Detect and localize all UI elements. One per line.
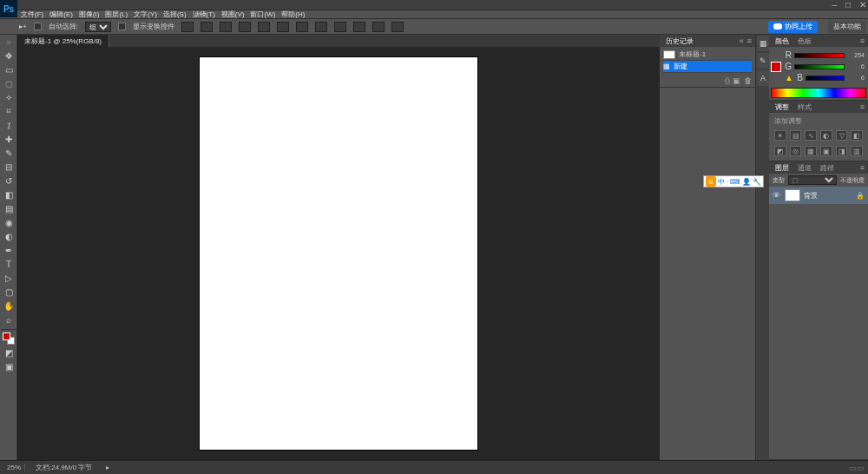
screenmode-tool[interactable]: ▣ xyxy=(1,359,16,373)
auto-select-target[interactable]: 组 xyxy=(85,22,111,32)
history-snapshot[interactable]: 未标题-1 xyxy=(663,49,752,61)
ime-tool-icon[interactable]: 🔧 xyxy=(753,178,761,186)
layer-kind-select[interactable]: ⬚ xyxy=(788,175,837,185)
zoom-value[interactable]: 25% xyxy=(3,464,25,471)
menu-file[interactable]: 文件(F) xyxy=(19,10,45,19)
adj-curves-icon[interactable]: ∿ xyxy=(805,130,817,141)
hand-tool[interactable]: ✋ xyxy=(1,299,16,313)
menu-layer[interactable]: 图层(L) xyxy=(103,10,129,19)
show-transform-checkbox[interactable] xyxy=(118,23,126,30)
menu-help[interactable]: 帮助(H) xyxy=(279,10,306,19)
dist-icon-1[interactable] xyxy=(296,22,308,32)
fg-swatch[interactable] xyxy=(3,332,10,340)
history-collapse-icon[interactable]: « xyxy=(740,36,744,45)
adjustments-tab[interactable]: 调整 xyxy=(773,102,792,112)
color-tab[interactable]: 颜色 xyxy=(773,36,792,46)
eyedropper-tool[interactable]: ⁒ xyxy=(1,118,16,132)
wand-tool[interactable]: ✧ xyxy=(1,90,16,104)
menu-edit[interactable]: 编辑(E) xyxy=(48,10,75,19)
history-tab[interactable]: 历史记录 xyxy=(663,36,696,46)
ime-bar[interactable]: S 中 · ⌨ 👤 🔧 xyxy=(703,175,764,188)
adj-mixer-icon[interactable]: ▦ xyxy=(805,146,817,156)
adj-hue-icon[interactable]: ◧ xyxy=(851,130,863,141)
workspace-switcher[interactable]: 基本功能 xyxy=(828,21,866,33)
swatches-panel-icon[interactable]: ▦ xyxy=(757,36,769,51)
layers-tab[interactable]: 图层 xyxy=(773,163,792,173)
crop-tool[interactable]: ⌗ xyxy=(1,104,16,118)
doc-info-chevron-icon[interactable]: ▸ xyxy=(102,464,113,471)
menu-image[interactable]: 图像(I) xyxy=(77,10,102,19)
ime-mode[interactable]: 中 xyxy=(718,177,725,187)
layer-name[interactable]: 背景 xyxy=(804,191,818,201)
adj-vibrance-icon[interactable]: ▽ xyxy=(836,130,848,141)
share-button[interactable]: 协同上传 xyxy=(768,21,818,33)
move-tool[interactable]: ✥ xyxy=(1,49,16,63)
pen-tool[interactable]: ✒ xyxy=(1,243,16,257)
color-g-slider[interactable]: G 6 xyxy=(785,62,865,71)
color-spectrum[interactable] xyxy=(771,88,866,98)
brush-tool[interactable]: ✎ xyxy=(1,146,16,160)
history-trash-icon[interactable]: 🗑 xyxy=(744,76,752,85)
dist-icon-2[interactable] xyxy=(315,22,327,32)
eraser-tool[interactable]: ◧ xyxy=(1,188,16,201)
menu-type[interactable]: 文字(Y) xyxy=(132,10,159,19)
history-camera-icon[interactable]: ⎙ xyxy=(725,76,729,85)
dist-icon-3[interactable] xyxy=(334,22,346,32)
ime-person-icon[interactable]: 👤 xyxy=(742,178,751,186)
menu-select[interactable]: 选择(S) xyxy=(161,10,188,19)
paths-tab[interactable]: 路径 xyxy=(818,163,837,173)
align-icon-4[interactable] xyxy=(239,22,251,32)
adj-invert-icon[interactable]: ◨ xyxy=(836,146,848,156)
adj-levels-icon[interactable]: ▤ xyxy=(790,130,802,141)
align-icon-6[interactable] xyxy=(277,22,289,32)
ime-punct-icon[interactable]: · xyxy=(727,178,728,186)
swatches-tab[interactable]: 色板 xyxy=(795,36,814,46)
canvas-region[interactable] xyxy=(17,47,660,460)
dist-icon-4[interactable] xyxy=(353,22,365,32)
quickmask-tool[interactable]: ◩ xyxy=(1,346,16,359)
brush-panel-icon[interactable]: ✎ xyxy=(757,53,769,69)
history-step-new[interactable]: ▦ 新建 xyxy=(663,61,752,73)
shape-tool[interactable]: ▢ xyxy=(1,285,16,299)
close-button[interactable]: ✕ xyxy=(859,0,866,10)
stamp-tool[interactable]: ⊟ xyxy=(1,160,16,174)
swatches-tool[interactable] xyxy=(1,332,16,346)
blur-tool[interactable]: ◉ xyxy=(1,215,16,229)
zoom-tool[interactable]: ⌕ xyxy=(1,313,16,326)
align-icon-5[interactable] xyxy=(258,22,270,32)
history-new-icon[interactable]: ▣ xyxy=(733,76,740,85)
gradient-tool[interactable]: ▤ xyxy=(1,201,16,215)
align-icon-1[interactable] xyxy=(181,22,194,32)
align-icon-2[interactable] xyxy=(201,22,213,32)
lasso-tool[interactable]: ◌ xyxy=(1,76,16,90)
dist-icon-5[interactable] xyxy=(372,22,385,32)
color-menu-icon[interactable]: ≡ xyxy=(860,36,865,45)
adj-lookup-icon[interactable]: ▣ xyxy=(820,146,832,156)
history-menu-icon[interactable]: ≡ xyxy=(747,36,752,45)
g-value[interactable]: 6 xyxy=(847,63,865,69)
doc-info[interactable]: 文档:24.9M/0 字节 xyxy=(32,463,95,472)
adj-exposure-icon[interactable]: ◐ xyxy=(820,130,832,141)
maximize-button[interactable]: □ xyxy=(845,0,851,10)
channels-tab[interactable]: 通道 xyxy=(795,163,814,173)
b-value[interactable]: 6 xyxy=(847,75,865,81)
visibility-icon[interactable]: 👁 xyxy=(773,191,781,200)
type-tool[interactable]: T xyxy=(1,257,16,271)
history-brush-tool[interactable]: ↺ xyxy=(1,174,16,188)
canvas[interactable] xyxy=(200,57,477,450)
adj-posterize-icon[interactable]: ▥ xyxy=(851,146,863,156)
layer-row-background[interactable]: 👁 背景 🔒 xyxy=(769,187,868,204)
marquee-tool[interactable]: ▭ xyxy=(1,63,16,76)
dist-icon-6[interactable] xyxy=(391,22,404,32)
heal-tool[interactable]: ✚ xyxy=(1,132,16,146)
dodge-tool[interactable]: ◐ xyxy=(1,229,16,243)
document-tab[interactable]: 未标题-1 @ 25%(RGB/8) xyxy=(17,35,109,47)
layers-menu-icon[interactable]: ≡ xyxy=(860,163,865,172)
adj-bw-icon[interactable]: ◩ xyxy=(774,146,786,156)
char-panel-icon[interactable]: A xyxy=(757,70,769,86)
auto-select-checkbox[interactable] xyxy=(34,23,42,30)
toolbox-toggle[interactable]: » xyxy=(1,35,16,49)
align-icon-3[interactable] xyxy=(220,22,232,32)
menu-view[interactable]: 视图(V) xyxy=(220,10,247,19)
color-b-slider[interactable]: ▲ B 6 xyxy=(785,73,865,82)
